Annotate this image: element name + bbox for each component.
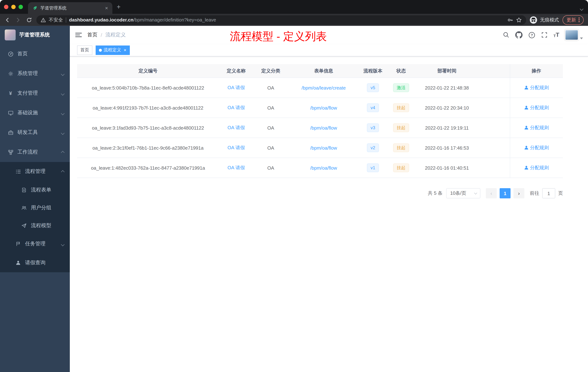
version-tag: v1 (367, 164, 379, 172)
yen-icon: ¥ (8, 90, 13, 96)
window-zoom-button[interactable] (19, 5, 23, 9)
sidebar-item-user-group[interactable]: 用户分组 (0, 199, 70, 217)
next-page-button[interactable]: › (514, 188, 524, 198)
navbar: 首页 / 流程定义 流程模型 - 定义列表 ? (70, 26, 588, 44)
toolbox-icon (8, 130, 13, 135)
tab-close-icon[interactable]: × (104, 5, 109, 11)
forward-button[interactable] (15, 16, 22, 23)
new-tab-button[interactable]: + (117, 4, 121, 10)
table-header: 定义编号 定义名称 定义分类 表单信息 流程版本 状态 部署时间 操作 (77, 64, 563, 78)
form-link[interactable]: /bpm/oa/flow (310, 145, 337, 151)
cell-deploy-time: 2022-01-22 20:34:10 (416, 105, 478, 110)
sidebar-item-home[interactable]: 首页 (0, 44, 70, 64)
breadcrumb-current: 流程定义 (105, 32, 126, 38)
cell-deploy-time: 2022-01-22 19:19:11 (416, 125, 478, 131)
sidebar-toggle-icon[interactable] (70, 26, 87, 44)
tab-strip: 芋道管理系统 × + (0, 0, 588, 14)
chevron-down-icon (62, 90, 64, 96)
form-link[interactable]: /bpm/oa/flow (310, 105, 337, 110)
goto-page-input[interactable] (542, 188, 555, 198)
browser-menu-icon[interactable] (578, 17, 580, 22)
page-number-button[interactable]: 1 (500, 188, 511, 198)
tab-search-chevron-icon[interactable] (580, 5, 583, 12)
address-bar[interactable]: 不安全 dashboard.yudao.iocoder.cn/bpm/manag… (36, 15, 526, 25)
tag-home[interactable]: 首页 (77, 45, 92, 55)
main-area: 首页 / 流程定义 流程模型 - 定义列表 ? (70, 26, 588, 372)
sidebar-item-system[interactable]: 系统管理 (0, 64, 70, 83)
assign-rule-button[interactable]: 分配规则 (524, 85, 549, 91)
bookmark-star-icon[interactable] (516, 17, 522, 23)
definition-name-link[interactable]: OA 请假 (227, 145, 245, 150)
definition-name-link[interactable]: OA 请假 (227, 165, 245, 170)
sidebar-item-payment[interactable]: ¥ 支付管理 (0, 83, 70, 103)
help-icon[interactable]: ? (528, 31, 535, 39)
version-tag: v5 (367, 83, 379, 92)
cell-category: OA (253, 85, 288, 90)
sidebar-logo[interactable]: 芋道管理系统 (0, 26, 70, 44)
sidebar-item-process-management[interactable]: 流程管理 (0, 162, 70, 181)
security-label: 不安全 (49, 17, 63, 23)
chevron-down-icon (580, 37, 583, 39)
sidebar-item-infrastructure[interactable]: 基础设施 (0, 103, 70, 123)
user-menu[interactable] (565, 30, 583, 40)
assign-rule-button[interactable]: 分配规则 (524, 164, 549, 171)
sidebar-item-process-form[interactable]: 流程表单 (0, 181, 70, 199)
definition-name-link[interactable]: OA 请假 (227, 125, 245, 130)
sidebar-item-leave-query[interactable]: 请假查询 (0, 253, 70, 272)
cell-deploy-time: 2022-01-16 01:40:51 (416, 165, 478, 171)
browser-toolbar: 不安全 dashboard.yudao.iocoder.cn/bpm/manag… (0, 14, 588, 26)
assign-rule-button[interactable]: 分配规则 (524, 104, 549, 111)
version-tag: v2 (367, 143, 379, 152)
font-size-icon[interactable]: TT (554, 32, 559, 38)
page-jumper: 前往 页 (530, 188, 563, 198)
definition-table: 定义编号 定义名称 定义分类 表单信息 流程版本 状态 部署时间 操作 (77, 64, 563, 178)
update-button[interactable]: 更新 (563, 15, 584, 25)
fullscreen-icon[interactable] (541, 31, 548, 39)
reload-button[interactable] (25, 16, 33, 23)
window-close-button[interactable] (4, 5, 8, 9)
close-icon[interactable]: × (124, 48, 126, 52)
sidebar-item-workflow[interactable]: 工作流程 (0, 142, 70, 162)
svg-text:?: ? (531, 33, 533, 37)
tab-title: 芋道管理系统 (40, 5, 101, 11)
browser-tab[interactable]: 芋道管理系统 × (28, 2, 112, 14)
key-icon[interactable] (507, 17, 513, 23)
avatar[interactable] (565, 30, 578, 40)
assign-rule-button[interactable]: 分配规则 (524, 144, 549, 151)
cell-definition-id: oa_leave:5:004b710b-7b8a-11ec-8ef0-acde4… (77, 85, 219, 90)
form-link[interactable]: /bpm/oa/flow (310, 165, 337, 171)
url-host: dashboard.yudao.iocoder.cn (69, 17, 134, 22)
cell-definition-id: oa_leave:4:991f2193-7b7f-11ec-a3c8-acde4… (77, 105, 219, 110)
screen: 芋道管理系统 × + 不安全 dashboard.yudao.iocoder.c… (0, 0, 588, 372)
version-tag: v4 (367, 103, 379, 112)
tags-view: 首页 流程定义 × (70, 44, 588, 56)
definition-name-link[interactable]: OA 请假 (227, 105, 245, 110)
page-size-select[interactable]: 10条/页 (446, 188, 480, 198)
breadcrumb-home[interactable]: 首页 (87, 32, 97, 38)
pager: ‹ 1 › (486, 188, 524, 198)
column-header: 定义分类 (253, 67, 288, 74)
annotation-overlay: 流程模型 - 定义列表 (230, 30, 327, 43)
form-link[interactable]: /bpm/oa/leave/create (302, 85, 346, 90)
column-header: 操作 (510, 67, 563, 74)
sidebar-title: 芋道管理系统 (19, 32, 50, 38)
form-link[interactable]: /bpm/oa/flow (310, 125, 337, 131)
sidebar-item-devtools[interactable]: 研发工具 (0, 123, 70, 142)
navbar-actions: ? TT (503, 30, 588, 40)
chevron-down-icon (62, 110, 64, 116)
tag-process-definition[interactable]: 流程定义 × (96, 45, 130, 55)
window-controls (4, 5, 23, 9)
sidebar-item-task-management[interactable]: 任务管理 (0, 234, 70, 253)
cell-category: OA (253, 105, 288, 110)
table-row: oa_leave:2:3c1f0ef1-76b1-11ec-9c66-a2380… (77, 138, 563, 158)
fixed-column-divider (510, 64, 510, 178)
search-icon[interactable] (503, 31, 510, 39)
definition-name-link[interactable]: OA 请假 (227, 85, 245, 90)
prev-page-button[interactable]: ‹ (486, 188, 497, 198)
assign-rule-button[interactable]: 分配规则 (524, 124, 549, 131)
window-minimize-button[interactable] (11, 5, 16, 9)
status-badge: 挂起 (393, 164, 409, 172)
github-icon[interactable] (515, 31, 523, 39)
sidebar-item-process-model[interactable]: 流程模型 (0, 217, 70, 234)
back-button[interactable] (4, 16, 11, 23)
